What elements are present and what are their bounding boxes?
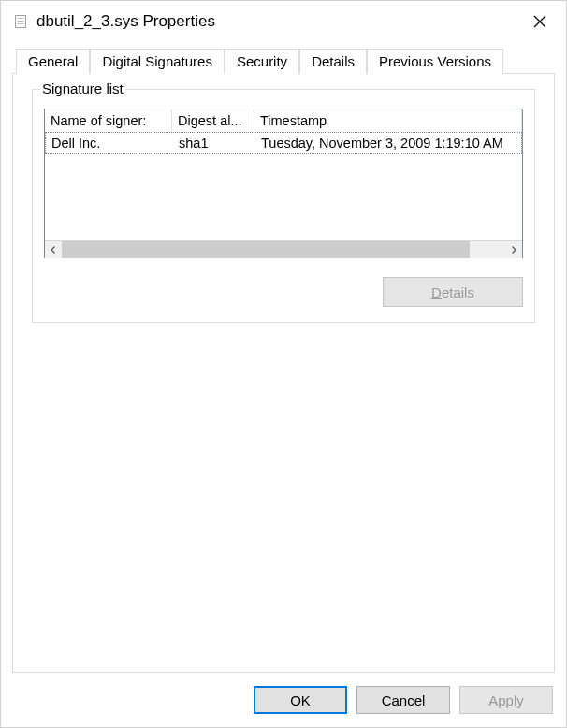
tab-digital-signatures[interactable]: Digital Signatures [90, 49, 225, 74]
table-row[interactable]: Dell Inc. sha1 Tuesday, November 3, 2009… [45, 132, 522, 154]
titlebar: dbutil_2_3.sys Properties [1, 1, 566, 42]
scroll-track[interactable] [62, 241, 505, 258]
apply-button-label: Apply [488, 692, 524, 708]
ok-button[interactable]: OK [254, 686, 347, 714]
window-title: dbutil_2_3.sys Properties [36, 12, 517, 31]
svg-rect-2 [18, 21, 24, 22]
col-header-timestamp[interactable]: Timestamp [254, 109, 522, 132]
list-header: Name of signer: Digest al... Timestamp [45, 109, 522, 132]
file-icon [12, 13, 29, 30]
col-header-digest[interactable]: Digest al... [172, 109, 254, 132]
horizontal-scrollbar[interactable] [45, 240, 522, 257]
list-body: Dell Inc. sha1 Tuesday, November 3, 2009… [45, 132, 522, 240]
details-button: Details [383, 277, 523, 307]
scroll-thumb[interactable] [62, 241, 470, 258]
tabs-row: General Digital Signatures Security Deta… [12, 48, 555, 73]
col-header-name[interactable]: Name of signer: [45, 109, 172, 132]
scroll-right-icon[interactable] [505, 241, 522, 258]
group-label: Signature list [40, 80, 125, 96]
tab-general[interactable]: General [16, 49, 90, 74]
signature-list[interactable]: Name of signer: Digest al... Timestamp D… [44, 109, 523, 258]
dialog-button-row: OK Cancel Apply [1, 682, 566, 727]
svg-rect-1 [18, 18, 24, 19]
tab-security[interactable]: Security [225, 49, 299, 74]
cell-signer-name: Dell Inc. [46, 132, 173, 154]
close-button[interactable] [517, 5, 562, 38]
signature-list-group: Signature list Name of signer: Digest al… [32, 89, 535, 323]
tab-details[interactable]: Details [299, 49, 367, 74]
details-button-label: Details [431, 284, 474, 300]
cell-digest: sha1 [173, 132, 255, 154]
tab-content: Signature list Name of signer: Digest al… [12, 73, 555, 673]
cancel-button[interactable]: Cancel [356, 686, 450, 714]
apply-button: Apply [459, 686, 553, 714]
tab-previous-versions[interactable]: Previous Versions [367, 49, 503, 74]
svg-rect-3 [18, 23, 24, 24]
scroll-left-icon[interactable] [45, 241, 62, 258]
cell-timestamp: Tuesday, November 3, 2009 1:19:10 AM [255, 132, 521, 154]
